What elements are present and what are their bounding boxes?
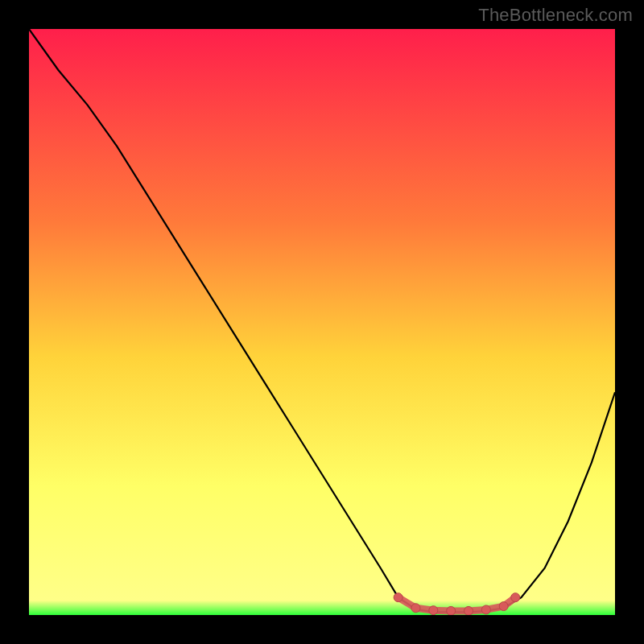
marker-dot xyxy=(511,593,520,602)
marker-dot xyxy=(411,604,420,613)
plot-area xyxy=(29,29,615,615)
chart-svg xyxy=(29,29,615,615)
marker-dot xyxy=(464,606,473,615)
marker-dot xyxy=(499,602,508,611)
marker-dot xyxy=(429,606,438,615)
marker-dot xyxy=(447,606,456,615)
marker-dot xyxy=(394,593,402,602)
attribution-label: TheBottleneck.com xyxy=(478,5,633,26)
marker-dot xyxy=(481,605,490,614)
gradient-background xyxy=(29,29,615,615)
chart-container: TheBottleneck.com xyxy=(0,0,644,644)
